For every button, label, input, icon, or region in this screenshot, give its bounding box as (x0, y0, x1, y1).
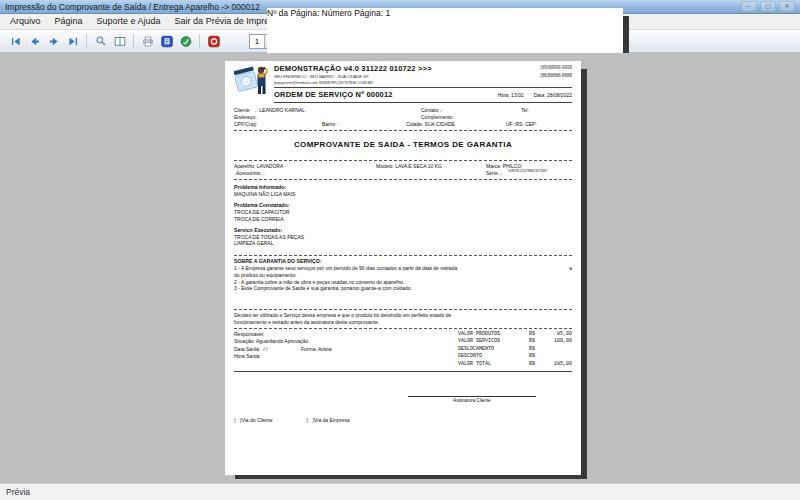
signature-line (408, 396, 536, 397)
company-phones: (99)99999-9999 (88)88888-8888 (540, 64, 572, 85)
accessories-label: Acessórios .: (236, 170, 265, 177)
found-problem-item: TROCA DE CAPACITOR (234, 209, 572, 216)
close-button[interactable]: ✕ (779, 1, 795, 12)
divider (274, 102, 572, 103)
first-page-button[interactable] (6, 33, 25, 50)
client-block: Cliente .: LEANDRO KARNAL Contato .: Tel… (234, 107, 572, 128)
receipt-title: COMPROVANTE DE SAIDA - TERMOS DE GARANTI… (234, 140, 572, 151)
signature-block: Assinatura Cliente (408, 396, 536, 404)
menu-suporte-e-ajuda[interactable]: Suporte e Ajuda (90, 14, 168, 29)
book-pages-icon (113, 35, 127, 48)
divider (234, 130, 572, 131)
money-row-services: VALOR SERVICOS R$ 100,00 (458, 338, 572, 346)
window-controls: – ▢ ✕ (741, 1, 795, 12)
totals-block: Responsável: Situação: Aguardando Aprova… (234, 331, 572, 369)
first-page-icon (9, 35, 23, 48)
service-order-title: ORDEM DE SERVIÇO Nº 000012 (274, 90, 393, 100)
reported-problem-section: Problema Informado: MAQUINA NÃO LIGA MAI… (234, 184, 572, 198)
warranty-item-1-text: 1 - A Empresa garante seus serviços por … (234, 265, 457, 272)
client-row-1: Cliente .: LEANDRO KARNAL Contato .: Tel… (234, 107, 572, 114)
divider (234, 160, 572, 161)
exit-preview-button[interactable] (204, 33, 223, 50)
zoom-button[interactable] (91, 33, 110, 50)
maximize-button[interactable]: ▢ (760, 1, 776, 12)
document-page: DEMONSTRAÇÃO v4.0 311222 010722 >>> SEU … (225, 61, 581, 475)
export-button[interactable] (176, 33, 195, 50)
client-row-3: CPF/Cnpj: Bairro : Cidade: SUA CIDADE UF… (234, 121, 572, 128)
totals-left: Responsável: Situação: Aguardando Aprova… (234, 331, 458, 369)
warranty-item-1b: do produto ou equipamento. (234, 272, 572, 279)
money-row-total: VALOR TOTAL R$ 185,00 (458, 361, 572, 369)
client-address-label: Endereço: (234, 114, 257, 121)
status-text: Prévia (6, 487, 30, 497)
menu-pagina[interactable]: Página (48, 14, 90, 29)
declaration-line-2: funcionamento e testado antes da assinat… (234, 319, 572, 326)
last-page-icon (66, 35, 80, 48)
document-content: DEMONSTRAÇÃO v4.0 311222 010722 >>> SEU … (225, 61, 581, 426)
divider (234, 255, 572, 256)
two-page-view-button[interactable] (110, 33, 129, 50)
exit-icon (207, 35, 221, 48)
service-done-section: Servico Executado: TROCA DE TODAS AS PEÇ… (234, 227, 572, 248)
warranty-item-2: 2 - A garantia cobre a mão de obra e peç… (234, 279, 572, 286)
previous-page-button[interactable] (25, 33, 44, 50)
divider (234, 328, 572, 329)
client-contact-label: Contato .: (421, 107, 443, 114)
phone-1: (99)99999-9999 (540, 64, 572, 72)
company-logo (234, 64, 270, 95)
equipment-row-2: Acessórios .: Série .: 55879121079841327… (234, 170, 572, 177)
divider (234, 309, 572, 310)
responsible-label: Responsável: (234, 331, 264, 338)
print-button[interactable] (138, 33, 157, 50)
found-problem-section: Problema Constatado: TROCA DE CAPACITOR … (234, 202, 572, 223)
toolbar-separator (133, 34, 134, 48)
app-window: Impressão do Comprovante de Saída / Entr… (0, 0, 800, 500)
header-right: DEMONSTRAÇÃO v4.0 311222 010722 >>> SEU … (274, 64, 572, 105)
preview-workspace: DEMONSTRAÇÃO v4.0 311222 010722 >>> SEU … (0, 53, 800, 483)
print-setup-button[interactable] (157, 33, 176, 50)
divider (234, 371, 572, 372)
print-setup-icon (160, 35, 174, 48)
found-problem-label: Problema Constatado: (234, 202, 572, 209)
client-complement-label: Complemento: (421, 114, 454, 121)
payment-form: Forma: Avista (301, 346, 331, 353)
toolbar-separator (86, 34, 87, 48)
equipment-block: Aparelho: LAVADORA Modelo: LAVA E SECA 1… (234, 163, 572, 177)
declaration-text: Declaro ter utilizado o Serviço dessa em… (234, 312, 572, 326)
company-block: DEMONSTRAÇÃO v4.0 311222 010722 >>> SEU … (274, 64, 572, 85)
toolbar-separator (199, 34, 200, 48)
export-icon (179, 35, 193, 48)
next-page-icon (47, 35, 61, 48)
serial-number: 55879121079841327587 (508, 169, 547, 174)
client-cpf-label: CPF/Cnpj: (234, 121, 257, 128)
client-city: Cidade: SUA CIDADE (406, 121, 455, 128)
menu-arquivo[interactable]: Arquivo (3, 14, 48, 29)
company-info: DEMONSTRAÇÃO v4.0 311222 010722 >>> SEU … (274, 64, 432, 85)
toolbar: 1 ▼ Nº Zoom Nº da Página: Número Página:… (0, 30, 800, 53)
service-done-label: Servico Executado: (234, 227, 572, 234)
exit-time-label: Hora Saída: (234, 353, 261, 360)
company-contact: fpqsystem@hotmail.com WWW.FPQSYSTEM.COM.… (274, 80, 432, 86)
declaration-line-1: Declaro ter utilizado o Serviço dessa em… (234, 312, 572, 319)
minimize-button[interactable]: – (741, 1, 757, 12)
service-order-row: ORDEM DE SERVIÇO Nº 000012 Hora: 13:02 D… (274, 90, 572, 100)
warranty-title: SOBRE A GARANTIA DO SERVIÇO: (234, 258, 572, 265)
exit-date-label: Data Saída: / / (234, 346, 267, 353)
divider (274, 87, 572, 88)
client-phone-label: Tel: (521, 107, 529, 114)
device-name: Aparelho: LAVADORA (234, 163, 283, 170)
warranty-item-1: 1 - A Empresa garante seus serviços por … (234, 265, 572, 272)
warranty-item-3: 3 - Esse Comprovante de Saída é sua gara… (234, 285, 572, 292)
status-bar: Prévia (0, 483, 800, 500)
client-row-2: Endereço: Complemento: (234, 114, 572, 121)
previous-page-icon (28, 35, 42, 48)
last-page-button[interactable] (63, 33, 82, 50)
status-value: Situação: Aguardando Aprovação (234, 338, 308, 345)
document-header: DEMONSTRAÇÃO v4.0 311222 010722 >>> SEU … (234, 64, 572, 105)
next-page-button[interactable] (44, 33, 63, 50)
warranty-section: SOBRE A GARANTIA DO SERVIÇO: 1 - A Empre… (234, 258, 572, 292)
copies-row: ( )Via do Cliente ( )Via da Empresa (234, 417, 572, 424)
company-title: DEMONSTRAÇÃO v4.0 311222 010722 >>> (274, 64, 432, 74)
device-model: Modelo: LAVA E SECA 10 KG (376, 163, 442, 170)
totals-table: VALOR PRODUTOS R$ 85,00 VALOR SERVICOS R… (458, 331, 572, 369)
